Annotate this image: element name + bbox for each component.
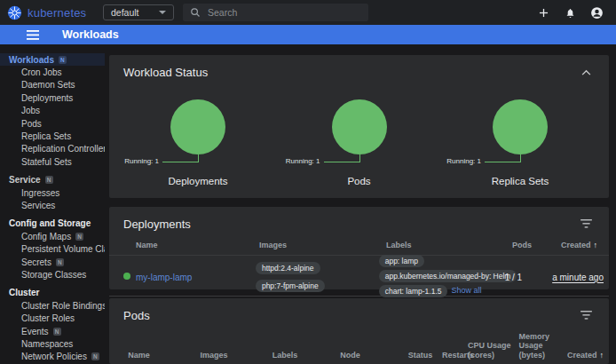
brand-name: kubernetes bbox=[28, 6, 86, 20]
chart-legend: Running: 1 bbox=[446, 157, 481, 165]
sidebar-item-stateful-sets[interactable]: Stateful Sets bbox=[0, 155, 105, 168]
sidebar-item-pods[interactable]: Pods bbox=[0, 117, 105, 130]
topbar: kubernetes default bbox=[0, 0, 616, 25]
card-title: Pods bbox=[123, 309, 150, 322]
user-icon bbox=[590, 6, 604, 20]
filter-icon bbox=[580, 219, 592, 228]
show-all-link[interactable]: Show all bbox=[451, 286, 481, 296]
column-header-node[interactable]: Node bbox=[340, 351, 407, 360]
sidebar-item-namespaces[interactable]: Namespaces bbox=[0, 337, 105, 350]
column-header-created[interactable]: Created↑ bbox=[567, 351, 609, 360]
column-header-images[interactable]: Images bbox=[259, 241, 386, 249]
sidebar-item-services[interactable]: Services bbox=[0, 199, 105, 211]
workload-status-card: Workload Status Running: 1 Deployments bbox=[109, 55, 609, 198]
column-header-images[interactable]: Images bbox=[200, 351, 272, 360]
chart-legend: Running: 1 bbox=[124, 157, 159, 165]
deployments-chart[interactable]: Running: 1 Deployments bbox=[118, 98, 278, 190]
chart-title: Deployments bbox=[118, 176, 278, 186]
chevron-down-icon bbox=[159, 11, 166, 14]
column-header-labels[interactable]: Labels bbox=[386, 241, 512, 249]
workload-status-charts: Running: 1 Deployments Running: 1 Pods R… bbox=[109, 85, 609, 190]
sidebar-item-cron-jobs[interactable]: Cron Jobs bbox=[0, 66, 105, 78]
pods-card: Pods Name Images Labels Node Status Rest… bbox=[109, 298, 609, 364]
replica-sets-chart[interactable]: Running: 1 Replica Sets bbox=[440, 98, 600, 190]
topbar-actions bbox=[534, 4, 616, 21]
bell-icon bbox=[565, 7, 576, 19]
column-header-restarts[interactable]: Restarts bbox=[442, 351, 468, 360]
namespace-selector[interactable]: default bbox=[103, 4, 174, 20]
pie-running bbox=[332, 99, 387, 154]
appbar: Workloads bbox=[0, 25, 616, 44]
deployment-name-link[interactable]: my-lamp-lamp bbox=[136, 273, 192, 282]
notifications-button[interactable] bbox=[561, 4, 579, 21]
column-header-labels[interactable]: Labels bbox=[272, 351, 340, 360]
plus-icon bbox=[538, 7, 549, 19]
chart-title: Pods bbox=[280, 176, 439, 186]
pie-running bbox=[493, 99, 548, 154]
pods-chart[interactable]: Running: 1 Pods bbox=[280, 98, 439, 190]
sidebar-item-cluster-role-bindings[interactable]: Cluster Role Bindings bbox=[0, 299, 105, 312]
sidebar-item-deployments[interactable]: Deployments bbox=[0, 91, 105, 104]
filter-icon bbox=[580, 311, 592, 320]
column-header-created[interactable]: Created↑ bbox=[561, 241, 609, 249]
namespaced-badge: N bbox=[53, 328, 61, 336]
chart-legend: Running: 1 bbox=[286, 157, 320, 165]
column-header-memory[interactable]: Memory Usage (bytes) bbox=[518, 332, 567, 360]
search-input[interactable] bbox=[208, 7, 361, 18]
sort-arrow-icon: ↑ bbox=[600, 351, 604, 360]
image-chip: php:7-fpm-alpine bbox=[256, 280, 325, 292]
label-chip: chart: lamp-1.1.5 bbox=[379, 285, 448, 297]
pie-running bbox=[170, 99, 225, 154]
sidebar-item-ingresses[interactable]: Ingresses bbox=[0, 186, 105, 199]
sidebar-item-service[interactable]: Service N bbox=[0, 174, 105, 186]
chart-title: Replica Sets bbox=[440, 176, 600, 186]
deployment-row: my-lamp-lamp httpd:2.4-alpinephp:7-fpm-a… bbox=[109, 256, 609, 297]
sidebar-item-daemon-sets[interactable]: Daemon Sets bbox=[0, 79, 105, 91]
pods-count: 1 / 1 bbox=[505, 273, 522, 282]
column-header-cpu[interactable]: CPU Usage (cores) bbox=[468, 341, 518, 360]
brand[interactable]: kubernetes bbox=[0, 5, 98, 20]
sidebar-item-persistent-volume-claims[interactable]: Persistent Volume Claims N bbox=[0, 242, 105, 255]
column-header-pods[interactable]: Pods bbox=[512, 241, 561, 249]
status-ok-icon bbox=[123, 273, 130, 280]
sidebar-item-jobs[interactable]: Jobs bbox=[0, 105, 105, 117]
kubernetes-logo bbox=[7, 5, 22, 20]
pods-table-header: Name Images Labels Node Status Restarts … bbox=[109, 328, 609, 364]
column-header-name[interactable]: Name bbox=[136, 241, 259, 249]
kubernetes-dashboard: kubernetes default bbox=[0, 0, 616, 364]
sort-arrow-icon: ↑ bbox=[594, 241, 598, 249]
namespaced-badge: N bbox=[56, 258, 64, 266]
account-button[interactable] bbox=[588, 4, 605, 21]
created-ago[interactable]: a minute ago bbox=[552, 273, 604, 282]
sidebar-item-config-maps[interactable]: Config Maps N bbox=[0, 230, 105, 242]
chevron-up-icon bbox=[581, 69, 591, 75]
search-icon bbox=[190, 7, 201, 18]
deployments-card: Deployments Name Images Labels Pods Crea… bbox=[109, 207, 609, 289]
sidebar-item-replica-sets[interactable]: Replica Sets bbox=[0, 130, 105, 142]
sidebar-item-workloads[interactable]: Workloads N bbox=[0, 53, 105, 66]
sidebar-item-network-policies[interactable]: Network Policies N bbox=[0, 351, 105, 363]
deployments-table-header: Name Images Labels Pods Created↑ bbox=[109, 237, 609, 256]
create-resource-button[interactable] bbox=[534, 4, 552, 21]
sidebar-item-replication-controllers[interactable]: Replication Controllers bbox=[0, 143, 105, 155]
column-header-status[interactable]: Status bbox=[408, 351, 442, 360]
sidebar-item-storage-classes[interactable]: Storage Classes bbox=[0, 268, 105, 281]
search-box[interactable] bbox=[183, 4, 368, 21]
namespaced-badge: N bbox=[45, 176, 53, 184]
namespaced-badge: N bbox=[75, 233, 83, 241]
menu-button[interactable] bbox=[27, 30, 39, 40]
filter-button[interactable] bbox=[577, 306, 595, 324]
label-chip: app: lamp bbox=[379, 255, 424, 267]
sidebar-item-cluster-roles[interactable]: Cluster Roles bbox=[0, 312, 105, 324]
label-chip: app.kubernetes.io/managed-by: Helm bbox=[379, 270, 517, 282]
namespace-value: default bbox=[111, 7, 139, 18]
hamburger-icon bbox=[27, 30, 39, 40]
image-chip: httpd:2.4-alpine bbox=[256, 262, 320, 274]
collapse-button[interactable] bbox=[577, 63, 595, 81]
column-header-name[interactable]: Name bbox=[128, 351, 200, 360]
filter-button[interactable] bbox=[577, 215, 595, 233]
card-title: Workload Status bbox=[123, 66, 208, 79]
sidebar-item-secrets[interactable]: Secrets N bbox=[0, 256, 105, 268]
namespaced-badge: N bbox=[59, 56, 67, 64]
sidebar-item-events[interactable]: Events N bbox=[0, 325, 105, 337]
